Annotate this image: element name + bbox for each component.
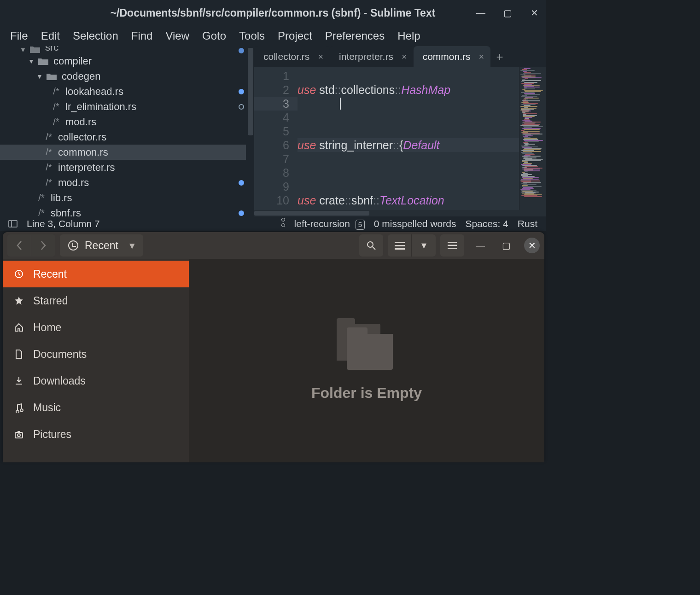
horizontal-scrollbar[interactable] bbox=[254, 210, 546, 216]
fm-sidebar-home[interactable]: Home bbox=[3, 314, 189, 341]
tree-file[interactable]: /*mod.rs bbox=[0, 114, 254, 129]
back-button[interactable] bbox=[7, 234, 31, 257]
view-list-button[interactable] bbox=[388, 234, 412, 257]
line-number[interactable]: 6 bbox=[254, 138, 289, 152]
doc-icon bbox=[13, 349, 25, 359]
fm-sidebar-downloads[interactable]: Downloads bbox=[3, 368, 189, 394]
menu-view[interactable]: View bbox=[159, 27, 196, 45]
location-dropdown[interactable]: Recent ▾ bbox=[60, 234, 143, 257]
menu-help[interactable]: Help bbox=[391, 27, 426, 45]
file-icon: /* bbox=[42, 177, 55, 188]
file-tree[interactable]: ▼src▼compiler▼codegen/*lookahead.rs/*lr_… bbox=[0, 46, 254, 216]
line-number[interactable]: 10 bbox=[254, 193, 289, 207]
menu-file[interactable]: File bbox=[4, 27, 35, 45]
file-icon: /* bbox=[35, 208, 48, 216]
file-icon: /* bbox=[42, 132, 55, 142]
sidebar-scrollbar[interactable] bbox=[246, 46, 254, 216]
search-icon bbox=[366, 240, 376, 251]
close-icon[interactable]: × bbox=[402, 52, 407, 62]
tree-file[interactable]: /*interpreter.rs bbox=[0, 160, 254, 175]
chevron-left-icon bbox=[16, 240, 23, 251]
line-number[interactable]: 2 bbox=[254, 83, 289, 97]
forward-button[interactable] bbox=[31, 234, 55, 257]
code-editor[interactable]: 12345678910 use std::collections::HashMa… bbox=[254, 67, 546, 216]
tree-file[interactable]: /*sbnf.rs bbox=[0, 205, 254, 216]
panel-toggle-icon[interactable] bbox=[8, 220, 18, 228]
indentation-status[interactable]: Spaces: 4 bbox=[465, 218, 508, 229]
fm-sidebar-recent[interactable]: Recent bbox=[3, 261, 189, 287]
menu-edit[interactable]: Edit bbox=[35, 27, 66, 45]
line-number[interactable]: 5 bbox=[254, 124, 289, 138]
menubar: File Edit Selection Find View Goto Tools… bbox=[0, 26, 546, 46]
tree-folder[interactable]: ▼codegen bbox=[0, 69, 254, 84]
fm-sidebar-pictures[interactable]: Pictures bbox=[3, 421, 189, 448]
syntax-status[interactable]: Rust bbox=[518, 218, 537, 229]
svg-line-1 bbox=[373, 247, 375, 250]
fm-item-label: Home bbox=[33, 321, 61, 334]
hamburger-menu-button[interactable] bbox=[440, 234, 464, 257]
fm-sidebar-music[interactable]: Music bbox=[3, 394, 189, 421]
spellcheck-status[interactable]: 0 misspelled words bbox=[374, 218, 456, 229]
camera-icon bbox=[13, 429, 25, 439]
svg-rect-3 bbox=[395, 245, 405, 246]
code-lines[interactable]: use std::collections::HashMap use string… bbox=[298, 67, 519, 216]
scrollbar-thumb[interactable] bbox=[248, 48, 253, 135]
view-dropdown-button[interactable]: ▾ bbox=[412, 234, 436, 257]
line-number[interactable]: 7 bbox=[254, 152, 289, 166]
menu-tools[interactable]: Tools bbox=[233, 27, 271, 45]
menu-find[interactable]: Find bbox=[125, 27, 159, 45]
new-tab-button[interactable]: + bbox=[490, 46, 509, 67]
minimize-button[interactable]: — bbox=[474, 6, 488, 20]
line-number[interactable]: 4 bbox=[254, 111, 289, 124]
tree-file[interactable]: /*lr_elimination.rs bbox=[0, 99, 254, 114]
menu-goto[interactable]: Goto bbox=[196, 27, 233, 45]
fm-content[interactable]: Folder is Empty bbox=[189, 259, 544, 462]
gutter: 12345678910 bbox=[254, 67, 298, 216]
minimize-button[interactable]: — bbox=[472, 238, 488, 253]
disclosure-triangle-icon[interactable]: ▼ bbox=[28, 58, 35, 65]
search-button[interactable] bbox=[359, 234, 383, 257]
disclosure-triangle-icon[interactable]: ▼ bbox=[19, 46, 27, 53]
minimap[interactable] bbox=[519, 67, 546, 216]
tree-file[interactable]: /*mod.rs bbox=[0, 175, 254, 190]
menu-selection[interactable]: Selection bbox=[66, 27, 125, 45]
disclosure-triangle-icon[interactable]: ▼ bbox=[36, 73, 43, 80]
tree-file[interactable]: /*collector.rs bbox=[0, 129, 254, 145]
maximize-button[interactable]: ▢ bbox=[498, 238, 514, 253]
line-number[interactable]: 3 bbox=[254, 97, 298, 111]
file-icon: /* bbox=[42, 147, 55, 158]
close-icon[interactable]: × bbox=[318, 52, 323, 62]
folder-icon bbox=[38, 57, 49, 65]
menu-preferences[interactable]: Preferences bbox=[319, 27, 391, 45]
git-branch[interactable]: left-recursion 5 bbox=[281, 218, 365, 230]
sublime-titlebar[interactable]: ~/Documents/sbnf/src/compiler/common.rs … bbox=[0, 0, 546, 26]
line-number[interactable]: 9 bbox=[254, 180, 289, 193]
tab-collector[interactable]: collector.rs × bbox=[254, 46, 330, 67]
tree-file[interactable]: /*lib.rs bbox=[0, 190, 254, 205]
modified-dot-icon bbox=[239, 104, 244, 110]
tree-file[interactable]: /*lookahead.rs bbox=[0, 84, 254, 99]
fm-sidebar-documents[interactable]: Documents bbox=[3, 341, 189, 368]
tab-interpreter[interactable]: interpreter.rs × bbox=[330, 46, 414, 67]
scrollbar-thumb[interactable] bbox=[254, 211, 369, 216]
line-number[interactable]: 8 bbox=[254, 166, 289, 180]
tree-file[interactable]: /*common.rs bbox=[0, 145, 254, 160]
close-icon[interactable]: × bbox=[479, 52, 484, 62]
tab-common[interactable]: common.rs × bbox=[414, 46, 491, 67]
chevron-down-icon: ▾ bbox=[129, 239, 135, 252]
svg-rect-11 bbox=[18, 431, 20, 432]
maximize-button[interactable]: ▢ bbox=[501, 6, 514, 20]
tree-folder[interactable]: ▼src bbox=[0, 46, 254, 53]
tree-folder[interactable]: ▼compiler bbox=[0, 53, 254, 69]
svg-rect-2 bbox=[395, 242, 405, 243]
cursor-position[interactable]: Line 3, Column 7 bbox=[27, 218, 100, 229]
fm-sidebar-starred[interactable]: Starred bbox=[3, 287, 189, 314]
close-window-button[interactable]: ✕ bbox=[527, 6, 541, 20]
close-window-button[interactable]: ✕ bbox=[524, 238, 540, 253]
menu-project[interactable]: Project bbox=[271, 27, 319, 45]
modified-dot-icon bbox=[239, 48, 244, 53]
folder-icon bbox=[29, 46, 41, 53]
branch-count-badge: 5 bbox=[356, 220, 365, 230]
tree-label: lookahead.rs bbox=[65, 86, 123, 98]
line-number[interactable]: 1 bbox=[254, 69, 289, 83]
